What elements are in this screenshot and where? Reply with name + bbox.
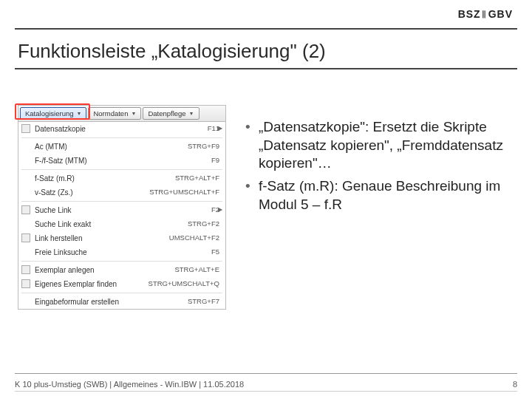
menu-item-shortcut: STRG+F9 — [188, 142, 219, 151]
menu-item-shortcut: F9 — [211, 156, 219, 166]
header-bar: BSZ⦀GBV — [15, 0, 517, 30]
bullet-item: f-Satz (m.R): Genaue Beschreibung im Mod… — [244, 177, 510, 214]
item-icon — [21, 233, 30, 242]
toolbar-screenshot: Katalogisierung ▼ Normdaten ▼ Datenpfleg… — [18, 105, 226, 310]
page-number: 8 — [513, 380, 517, 389]
chevron-right-icon: ▶ — [218, 125, 222, 132]
chevron-down-icon: ▼ — [77, 111, 82, 116]
menu-separator — [21, 293, 222, 293]
bullet-list: „Datensatzkopie": Ersetzt die Skripte „D… — [244, 118, 510, 218]
menu-item[interactable]: F-/f-Satz (MTM)F9 — [18, 154, 225, 168]
menu-item-shortcut: STRG+ALT+F — [175, 174, 219, 183]
menu-item-shortcut: STRG+UMSCHALT+Q — [149, 279, 219, 289]
menu-katalogisierung[interactable]: Katalogisierung ▼ — [20, 107, 86, 120]
menu-label: Katalogisierung — [25, 109, 74, 117]
menu-item-label: Suche Link — [35, 205, 71, 215]
dropdown-menu: DatensatzkopieF11▶Ac (MTM)STRG+F9F-/f-Sa… — [18, 122, 225, 309]
menu-separator — [21, 169, 222, 170]
logo: BSZ⦀GBV — [458, 8, 513, 21]
menu-item-shortcut: STRG+ALT+E — [174, 265, 219, 275]
item-icon — [21, 124, 30, 133]
logo-left: BSZ — [458, 8, 481, 20]
footer-rule — [15, 373, 517, 374]
logo-right: GBV — [488, 8, 513, 20]
menu-item[interactable]: Suche LinkF2▶ — [18, 203, 225, 217]
menu-separator — [21, 261, 222, 262]
footer-text: K 10 plus-Umstieg (SWB) | Allgemeines - … — [15, 380, 244, 389]
menu-item-shortcut: UMSCHALT+F2 — [169, 233, 219, 243]
menu-item[interactable]: Exemplar anlegenSTRG+ALT+E — [18, 263, 225, 277]
menu-label: Normdaten — [93, 109, 128, 117]
bullet-item: „Datensatzkopie": Ersetzt die Skripte „D… — [244, 118, 510, 173]
logo-separator: ⦀ — [481, 8, 488, 21]
menu-item[interactable]: Eigenes Exemplar findenSTRG+UMSCHALT+Q — [18, 277, 225, 291]
menu-item-label: Datensatzkopie — [35, 124, 86, 134]
menu-item-label: v-Satz (Zs.) — [35, 188, 73, 197]
menu-item-label: Link herstellen — [35, 233, 82, 243]
footer-rule-2 — [15, 391, 517, 392]
menu-normdaten[interactable]: Normdaten ▼ — [88, 107, 141, 120]
menu-item-label: f-Satz (m.R) — [35, 174, 75, 183]
item-icon — [21, 265, 30, 274]
menu-item-shortcut: F5 — [211, 248, 219, 257]
chevron-down-icon: ▼ — [131, 111, 136, 116]
menu-item-shortcut: STRG+F2 — [188, 219, 219, 229]
menu-item[interactable]: DatensatzkopieF11▶ — [18, 122, 225, 136]
menubar: Katalogisierung ▼ Normdaten ▼ Datenpfleg… — [18, 106, 225, 122]
menu-item[interactable]: Link herstellenUMSCHALT+F2 — [18, 231, 225, 245]
footer: K 10 plus-Umstieg (SWB) | Allgemeines - … — [15, 380, 517, 389]
menu-item-label: Suche Link exakt — [35, 219, 91, 229]
title-underline — [15, 68, 517, 69]
menu-item[interactable]: v-Satz (Zs.)STRG+UMSCHALT+F — [18, 185, 225, 200]
menu-item-shortcut: STRG+F7 — [188, 297, 219, 307]
menu-item[interactable]: Eingabeformular erstellenSTRG+F7 — [18, 295, 225, 309]
menu-separator — [21, 201, 222, 202]
menu-datenpflege[interactable]: Datenpflege ▼ — [143, 107, 199, 120]
menu-item[interactable]: f-Satz (m.R)STRG+ALT+F — [18, 171, 225, 185]
chevron-right-icon: ▶ — [218, 206, 222, 214]
menu-item-label: Ac (MTM) — [35, 142, 67, 151]
menu-item-label: Freie Linksuche — [35, 248, 87, 257]
item-icon — [21, 205, 30, 214]
menu-item-label: Exemplar anlegen — [35, 265, 95, 275]
menu-item[interactable]: Suche Link exaktSTRG+F2 — [18, 217, 225, 231]
menu-item[interactable]: Ac (MTM)STRG+F9 — [18, 140, 225, 154]
menu-separator — [21, 137, 222, 138]
menu-item-label: Eigenes Exemplar finden — [35, 279, 117, 289]
menu-item-label: Eingabeformular erstellen — [35, 297, 119, 307]
slide-title: Funktionsleiste „Katalogisierung" (2) — [18, 40, 326, 63]
menu-item-shortcut: STRG+UMSCHALT+F — [149, 188, 219, 197]
item-icon — [21, 279, 30, 288]
menu-item[interactable]: Freie LinksucheF5 — [18, 245, 225, 259]
chevron-down-icon: ▼ — [189, 111, 194, 116]
menu-label: Datenpflege — [148, 109, 185, 117]
menu-item-label: F-/f-Satz (MTM) — [35, 156, 87, 166]
